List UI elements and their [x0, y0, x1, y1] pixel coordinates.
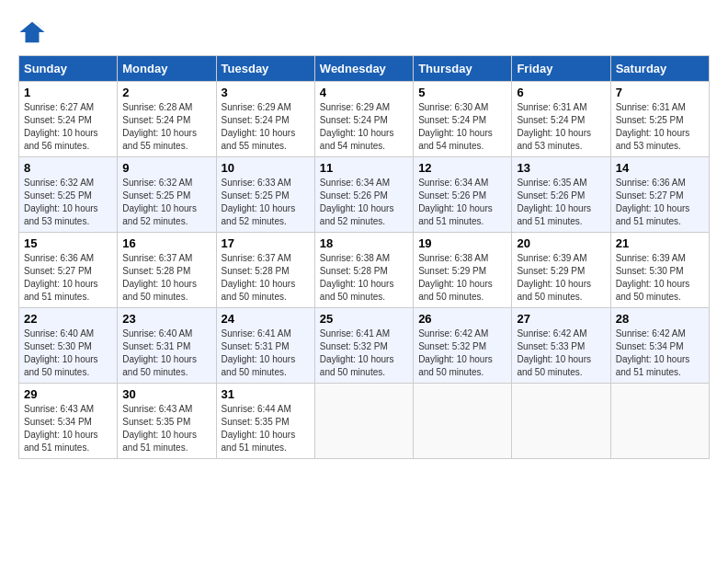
calendar-cell: 26 Sunrise: 6:42 AM Sunset: 5:32 PM Dayl…	[414, 308, 512, 384]
calendar-cell: 8 Sunrise: 6:32 AM Sunset: 5:25 PM Dayli…	[19, 157, 118, 233]
day-content: Sunrise: 6:35 AM Sunset: 5:26 PM Dayligh…	[517, 177, 605, 228]
day-content: Sunrise: 6:38 AM Sunset: 5:29 PM Dayligh…	[418, 252, 506, 304]
day-content: Sunrise: 6:31 AM Sunset: 5:24 PM Dayligh…	[517, 101, 605, 153]
calendar-week-row: 1 Sunrise: 6:27 AM Sunset: 5:24 PM Dayli…	[19, 82, 710, 157]
calendar-cell: 11 Sunrise: 6:34 AM Sunset: 5:26 PM Dayl…	[314, 157, 413, 233]
calendar-cell: 20 Sunrise: 6:39 AM Sunset: 5:29 PM Dayl…	[512, 233, 610, 308]
calendar-cell: 13 Sunrise: 6:35 AM Sunset: 5:26 PM Dayl…	[512, 157, 610, 233]
day-number: 23	[122, 312, 210, 326]
day-number: 5	[418, 86, 506, 99]
day-content: Sunrise: 6:39 AM Sunset: 5:29 PM Dayligh…	[517, 252, 605, 304]
day-number: 22	[24, 312, 112, 326]
day-number: 14	[616, 161, 704, 175]
weekday-header-sunday: Sunday	[19, 56, 118, 82]
calendar-cell: 9 Sunrise: 6:32 AM Sunset: 5:25 PM Dayli…	[118, 157, 216, 233]
day-number: 11	[320, 161, 408, 175]
day-number: 2	[122, 86, 210, 99]
day-number: 31	[222, 387, 310, 401]
day-content: Sunrise: 6:34 AM Sunset: 5:26 PM Dayligh…	[320, 177, 408, 228]
day-content: Sunrise: 6:42 AM Sunset: 5:33 PM Dayligh…	[517, 327, 605, 379]
calendar-week-row: 15 Sunrise: 6:36 AM Sunset: 5:27 PM Dayl…	[19, 233, 710, 308]
calendar-table: SundayMondayTuesdayWednesdayThursdayFrid…	[18, 55, 710, 459]
calendar-week-row: 29 Sunrise: 6:43 AM Sunset: 5:34 PM Dayl…	[19, 384, 710, 459]
day-content: Sunrise: 6:44 AM Sunset: 5:35 PM Dayligh…	[222, 403, 310, 454]
calendar-cell: 28 Sunrise: 6:42 AM Sunset: 5:34 PM Dayl…	[610, 308, 709, 384]
logo-icon	[18, 18, 46, 46]
day-number: 30	[122, 387, 210, 401]
calendar-cell: 2 Sunrise: 6:28 AM Sunset: 5:24 PM Dayli…	[118, 82, 216, 157]
day-number: 6	[517, 86, 605, 99]
page-header	[18, 18, 710, 46]
calendar-cell: 17 Sunrise: 6:37 AM Sunset: 5:28 PM Dayl…	[216, 233, 314, 308]
calendar-cell: 21 Sunrise: 6:39 AM Sunset: 5:30 PM Dayl…	[610, 233, 709, 308]
weekday-header-monday: Monday	[118, 56, 216, 82]
day-content: Sunrise: 6:30 AM Sunset: 5:24 PM Dayligh…	[418, 101, 506, 153]
day-number: 13	[517, 161, 605, 175]
day-number: 21	[616, 236, 704, 250]
calendar-cell	[512, 384, 610, 459]
day-content: Sunrise: 6:27 AM Sunset: 5:24 PM Dayligh…	[24, 101, 112, 153]
calendar-cell: 10 Sunrise: 6:33 AM Sunset: 5:25 PM Dayl…	[216, 157, 314, 233]
day-content: Sunrise: 6:32 AM Sunset: 5:25 PM Dayligh…	[24, 177, 112, 228]
day-content: Sunrise: 6:42 AM Sunset: 5:32 PM Dayligh…	[418, 327, 506, 379]
calendar-cell: 30 Sunrise: 6:43 AM Sunset: 5:35 PM Dayl…	[118, 384, 216, 459]
day-content: Sunrise: 6:33 AM Sunset: 5:25 PM Dayligh…	[222, 177, 310, 228]
calendar-cell: 1 Sunrise: 6:27 AM Sunset: 5:24 PM Dayli…	[19, 82, 118, 157]
calendar-cell: 6 Sunrise: 6:31 AM Sunset: 5:24 PM Dayli…	[512, 82, 610, 157]
calendar-cell: 29 Sunrise: 6:43 AM Sunset: 5:34 PM Dayl…	[19, 384, 118, 459]
calendar-week-row: 8 Sunrise: 6:32 AM Sunset: 5:25 PM Dayli…	[19, 157, 710, 233]
day-content: Sunrise: 6:41 AM Sunset: 5:31 PM Dayligh…	[222, 327, 310, 379]
day-number: 4	[320, 86, 408, 99]
day-number: 18	[320, 236, 408, 250]
day-number: 10	[222, 161, 310, 175]
calendar-cell: 12 Sunrise: 6:34 AM Sunset: 5:26 PM Dayl…	[414, 157, 512, 233]
calendar-cell: 22 Sunrise: 6:40 AM Sunset: 5:30 PM Dayl…	[19, 308, 118, 384]
calendar-cell: 16 Sunrise: 6:37 AM Sunset: 5:28 PM Dayl…	[118, 233, 216, 308]
day-number: 28	[616, 312, 704, 326]
day-content: Sunrise: 6:43 AM Sunset: 5:35 PM Dayligh…	[122, 403, 210, 454]
day-number: 3	[222, 86, 310, 99]
day-content: Sunrise: 6:36 AM Sunset: 5:27 PM Dayligh…	[616, 177, 704, 228]
calendar-cell: 24 Sunrise: 6:41 AM Sunset: 5:31 PM Dayl…	[216, 308, 314, 384]
day-number: 29	[24, 387, 112, 401]
day-number: 19	[418, 236, 506, 250]
logo	[18, 18, 50, 46]
svg-marker-0	[20, 22, 45, 43]
day-number: 7	[616, 86, 704, 99]
day-number: 16	[122, 236, 210, 250]
weekday-header-thursday: Thursday	[414, 56, 512, 82]
day-number: 17	[222, 236, 310, 250]
calendar-cell: 23 Sunrise: 6:40 AM Sunset: 5:31 PM Dayl…	[118, 308, 216, 384]
day-content: Sunrise: 6:41 AM Sunset: 5:32 PM Dayligh…	[320, 327, 408, 379]
day-number: 27	[517, 312, 605, 326]
calendar-cell: 7 Sunrise: 6:31 AM Sunset: 5:25 PM Dayli…	[610, 82, 709, 157]
calendar-cell: 18 Sunrise: 6:38 AM Sunset: 5:28 PM Dayl…	[314, 233, 413, 308]
day-content: Sunrise: 6:31 AM Sunset: 5:25 PM Dayligh…	[616, 101, 704, 153]
calendar-cell	[610, 384, 709, 459]
day-number: 1	[24, 86, 112, 99]
day-number: 15	[24, 236, 112, 250]
day-content: Sunrise: 6:29 AM Sunset: 5:24 PM Dayligh…	[320, 101, 408, 153]
calendar-cell: 3 Sunrise: 6:29 AM Sunset: 5:24 PM Dayli…	[216, 82, 314, 157]
calendar-cell: 14 Sunrise: 6:36 AM Sunset: 5:27 PM Dayl…	[610, 157, 709, 233]
day-content: Sunrise: 6:32 AM Sunset: 5:25 PM Dayligh…	[122, 177, 210, 228]
day-content: Sunrise: 6:34 AM Sunset: 5:26 PM Dayligh…	[418, 177, 506, 228]
weekday-header-saturday: Saturday	[610, 56, 709, 82]
day-number: 20	[517, 236, 605, 250]
day-content: Sunrise: 6:42 AM Sunset: 5:34 PM Dayligh…	[616, 327, 704, 379]
day-content: Sunrise: 6:37 AM Sunset: 5:28 PM Dayligh…	[122, 252, 210, 304]
weekday-header-friday: Friday	[512, 56, 610, 82]
calendar-header-row: SundayMondayTuesdayWednesdayThursdayFrid…	[19, 56, 710, 82]
day-content: Sunrise: 6:28 AM Sunset: 5:24 PM Dayligh…	[122, 101, 210, 153]
calendar-cell: 19 Sunrise: 6:38 AM Sunset: 5:29 PM Dayl…	[414, 233, 512, 308]
day-content: Sunrise: 6:43 AM Sunset: 5:34 PM Dayligh…	[24, 403, 112, 454]
day-number: 8	[24, 161, 112, 175]
calendar-cell: 25 Sunrise: 6:41 AM Sunset: 5:32 PM Dayl…	[314, 308, 413, 384]
day-content: Sunrise: 6:40 AM Sunset: 5:31 PM Dayligh…	[122, 327, 210, 379]
calendar-cell	[314, 384, 413, 459]
weekday-header-wednesday: Wednesday	[314, 56, 413, 82]
day-number: 26	[418, 312, 506, 326]
day-content: Sunrise: 6:36 AM Sunset: 5:27 PM Dayligh…	[24, 252, 112, 304]
calendar-cell: 5 Sunrise: 6:30 AM Sunset: 5:24 PM Dayli…	[414, 82, 512, 157]
calendar-cell: 15 Sunrise: 6:36 AM Sunset: 5:27 PM Dayl…	[19, 233, 118, 308]
